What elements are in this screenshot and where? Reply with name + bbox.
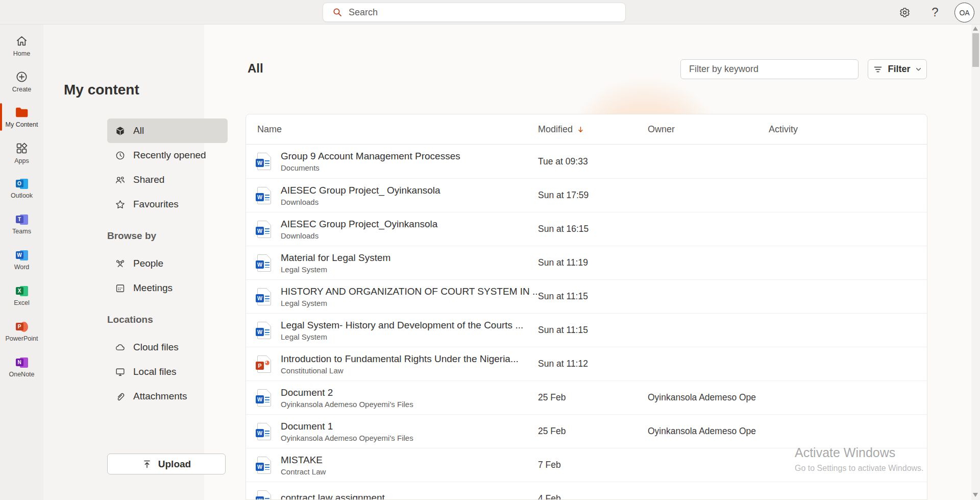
file-location: Oyinkansola Ademeso Opeyemi's Files — [281, 400, 413, 409]
rail-item-create[interactable]: Create — [0, 63, 43, 99]
file-modified: Sun at 11:15 — [538, 325, 648, 336]
rail-item-teams[interactable]: T Teams — [0, 206, 43, 242]
rail-item-word[interactable]: W Word — [0, 242, 43, 278]
table-row[interactable]: P Introduction to Fundamental Rights Und… — [246, 347, 927, 380]
table-row[interactable]: W Document 2 Oyinkansola Ademeso Opeyemi… — [246, 380, 927, 414]
vertical-scrollbar[interactable] — [971, 25, 980, 500]
column-header-activity[interactable]: Activity — [769, 124, 927, 135]
word-icon: W — [15, 249, 29, 261]
sidebar-item-attachments[interactable]: Attachments — [107, 384, 228, 409]
file-location: Downloads — [281, 231, 437, 240]
files-table: Name Modified Owner Activity — [246, 114, 927, 500]
table-row[interactable]: W MISTAKE Contract Law 7 Feb — [246, 448, 927, 482]
sidebar-title: My content — [64, 82, 139, 98]
file-deco — [265, 431, 270, 436]
apps-grid-icon — [15, 141, 29, 155]
chevron-down-icon — [915, 66, 922, 73]
file-name: MISTAKE — [281, 455, 326, 466]
sidebar-item-shared[interactable]: Shared — [107, 168, 228, 192]
account-avatar[interactable]: OA — [954, 3, 974, 22]
rail-item-onenote[interactable]: N OneNote — [0, 349, 43, 385]
file-type-letter: W — [256, 159, 264, 167]
file-modified: 7 Feb — [538, 460, 648, 470]
word-file-icon: W — [257, 221, 271, 238]
table-row[interactable]: W contract law assignment 4 Feb — [246, 482, 927, 500]
table-row[interactable]: W Material for Legal System Legal System… — [246, 246, 927, 279]
calendar-icon — [115, 283, 126, 294]
file-name: contract law assignment — [281, 492, 385, 500]
table-row[interactable]: W AIESEC Group Project_Oyinkansola Downl… — [246, 212, 927, 246]
sidebar-item-meetings[interactable]: Meetings — [107, 276, 228, 300]
table-row[interactable]: W Document 1 Oyinkansola Ademeso Opeyemi… — [246, 414, 927, 448]
rail-item-excel[interactable]: X Excel — [0, 278, 43, 314]
rail-item-home[interactable]: Home — [0, 28, 43, 63]
search-icon — [332, 7, 342, 17]
table-row[interactable]: W AIESEC Group Project_ Oyinkansola Down… — [246, 178, 927, 212]
teams-icon: T — [15, 213, 29, 226]
scroll-up-arrow-icon[interactable] — [973, 27, 978, 31]
file-location: Constitutional Law — [281, 366, 519, 375]
paperclip-icon — [115, 391, 126, 402]
rail-item-apps[interactable]: Apps — [0, 135, 43, 171]
page-fold — [266, 153, 271, 157]
table-row[interactable]: W Group 9 Account Management Processes D… — [246, 145, 927, 178]
home-icon — [15, 34, 29, 48]
word-file-icon: W — [257, 457, 271, 474]
file-name: Document 1 — [281, 421, 413, 432]
file-deco — [265, 296, 270, 301]
active-indicator — [0, 103, 2, 131]
rail-item-my-content[interactable]: My Content — [0, 99, 43, 135]
scrollbar-thumb[interactable] — [972, 33, 979, 67]
word-file-icon: W — [257, 322, 271, 339]
sidebar-item-recently-opened[interactable]: Recently opened — [107, 143, 228, 168]
file-location: Contract Law — [281, 467, 326, 476]
column-header-name[interactable]: Name — [246, 124, 538, 135]
rail-item-outlook[interactable]: O Outlook — [0, 171, 43, 206]
scroll-down-arrow-icon[interactable] — [973, 493, 978, 497]
sidebar-item-all[interactable]: All — [107, 118, 228, 143]
page-fold — [266, 457, 271, 461]
question-mark-icon: ? — [932, 5, 938, 19]
section-label-locations: Locations — [107, 314, 153, 325]
page-fold — [266, 288, 271, 293]
word-file-icon: W — [257, 288, 271, 305]
file-type-letter: W — [256, 496, 264, 500]
sort-descending-icon — [577, 126, 584, 133]
file-type-letter: W — [256, 193, 264, 201]
file-location: Legal System — [281, 332, 523, 341]
rail-item-powerpoint[interactable]: P PowerPoint — [0, 314, 43, 349]
page-fold — [266, 187, 271, 192]
file-owner: Oyinkansola Ademeso Ope — [648, 392, 758, 403]
table-row[interactable]: W Legal System- History and Development … — [246, 313, 927, 347]
upload-button[interactable]: Upload — [107, 454, 226, 474]
app-rail: Home Create My Content Apps — [0, 25, 43, 500]
settings-button[interactable] — [896, 4, 913, 20]
file-modified: Sun at 11:19 — [538, 257, 648, 268]
sidebar-item-people[interactable]: People — [107, 251, 228, 276]
sidebar-item-local-files[interactable]: Local files — [107, 360, 228, 384]
help-button[interactable]: ? — [927, 4, 943, 20]
filter-input-placeholder: Filter by keyword — [689, 64, 758, 75]
sidebar-item-favourites[interactable]: Favourites — [107, 192, 228, 217]
table-row[interactable]: W HISTORY AND ORGANIZATION OF COURT SYST… — [246, 279, 927, 313]
column-header-modified[interactable]: Modified — [538, 124, 648, 135]
file-location: Downloads — [281, 198, 440, 206]
gear-icon — [898, 6, 911, 19]
file-deco — [265, 329, 270, 335]
file-name: Legal System- History and Development of… — [281, 320, 523, 331]
column-header-owner[interactable]: Owner — [648, 124, 769, 135]
filter-button[interactable]: Filter — [868, 59, 927, 79]
table-body: W Group 9 Account Management Processes D… — [246, 145, 927, 500]
file-deco — [265, 498, 270, 500]
page-fold — [266, 254, 271, 259]
sidebar-item-label: All — [133, 125, 144, 136]
filter-keyword-input[interactable]: Filter by keyword — [680, 59, 859, 79]
file-name: HISTORY AND ORGANIZATION OF COURT SYSTEM… — [281, 286, 541, 297]
file-location: Legal System — [281, 265, 390, 274]
word-file-icon: W — [257, 389, 271, 407]
search-input[interactable]: Search — [323, 3, 626, 22]
office-my-content-page: Search ? OA Home Create — [0, 0, 980, 500]
word-file-icon: W — [257, 187, 271, 204]
sidebar-item-cloud-files[interactable]: Cloud files — [107, 335, 228, 360]
file-type-letter: P — [256, 362, 264, 370]
